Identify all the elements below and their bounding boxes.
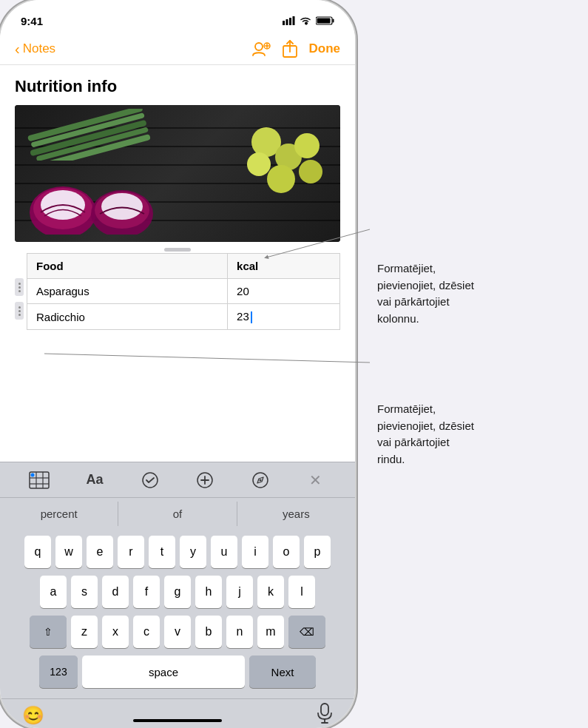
- food-cell-2[interactable]: Radicchio: [27, 304, 228, 330]
- note-title[interactable]: Nutrition info: [15, 77, 340, 96]
- pred-word-3[interactable]: years: [237, 502, 355, 526]
- svg-point-35: [143, 473, 158, 488]
- key-i[interactable]: i: [242, 536, 268, 568]
- back-button[interactable]: ‹ Notes: [15, 41, 55, 56]
- status-time: 9:41: [21, 15, 43, 27]
- shift-key[interactable]: ⇧: [30, 616, 67, 648]
- key-w[interactable]: w: [55, 536, 82, 568]
- table-header-food: Food: [27, 254, 228, 279]
- key-h[interactable]: h: [195, 576, 222, 608]
- next-key[interactable]: Next: [249, 655, 316, 688]
- key-z[interactable]: z: [71, 616, 98, 648]
- svg-rect-5: [333, 19, 334, 23]
- row-callout: Formatējiet, pievienojiet, dzēsiet vai p…: [377, 401, 573, 468]
- row-handle-1[interactable]: [15, 278, 24, 296]
- predictive-text-bar: percent of years: [0, 497, 355, 530]
- key-k[interactable]: k: [257, 576, 284, 608]
- food-cell-1[interactable]: Asparagus: [27, 279, 228, 304]
- nav-bar: ‹ Notes Done: [0, 33, 355, 65]
- key-t[interactable]: t: [149, 536, 175, 568]
- key-a[interactable]: a: [40, 576, 67, 608]
- key-j[interactable]: j: [226, 576, 253, 608]
- kcal-cell-1[interactable]: 20: [228, 279, 340, 304]
- keyboard: q w e r t y u i o p a s d f g h j k l ⇧ …: [0, 530, 355, 698]
- signal-icon: [283, 16, 295, 25]
- share-button[interactable]: [283, 40, 297, 58]
- battery-icon: [316, 16, 334, 25]
- kcal-cell-2[interactable]: 23: [228, 304, 340, 330]
- table-header-kcal: kcal: [228, 254, 340, 279]
- keyboard-row-1: q w e r t y u i o p: [3, 536, 352, 568]
- key-u[interactable]: u: [211, 536, 237, 568]
- svg-rect-3: [293, 16, 295, 25]
- callouts: Formatējiet, pievienojiet, dzēsiet vai p…: [355, 0, 588, 728]
- row-handles: [15, 253, 24, 320]
- table-format-button[interactable]: [26, 467, 53, 493]
- tomatillo-illustration: [237, 120, 333, 209]
- svg-point-19: [247, 152, 271, 176]
- text-format-button[interactable]: Aa: [81, 467, 108, 493]
- key-f[interactable]: f: [133, 576, 160, 608]
- svg-point-28: [101, 193, 143, 220]
- key-p[interactable]: p: [304, 536, 331, 568]
- key-n[interactable]: n: [226, 616, 253, 648]
- table-row: Asparagus 20: [27, 279, 340, 304]
- column-handle[interactable]: [164, 248, 191, 252]
- keyboard-close-button[interactable]: ✕: [303, 467, 329, 493]
- asparagus-illustration: [22, 109, 185, 161]
- nutrition-table: Food kcal Asparagus 20 Radicchio 23: [27, 253, 340, 330]
- key-l[interactable]: l: [288, 576, 315, 608]
- back-chevron-icon: ‹: [15, 41, 20, 56]
- numbers-key[interactable]: 123: [39, 655, 78, 688]
- done-button[interactable]: Done: [309, 41, 341, 56]
- key-c[interactable]: c: [133, 616, 160, 648]
- key-d[interactable]: d: [102, 576, 129, 608]
- food-image-inner: [15, 105, 340, 242]
- key-g[interactable]: g: [164, 576, 191, 608]
- column-callout: Formatējiet, pievienojiet, dzēsiet vai p…: [377, 260, 573, 327]
- home-indicator: [133, 719, 222, 722]
- key-q[interactable]: q: [24, 536, 51, 568]
- key-m[interactable]: m: [257, 616, 284, 648]
- checklist-button[interactable]: [137, 467, 163, 493]
- insert-button[interactable]: [192, 467, 218, 493]
- pred-word-2[interactable]: of: [118, 502, 237, 526]
- key-y[interactable]: y: [180, 536, 206, 568]
- back-label: Notes: [23, 41, 55, 56]
- pen-button[interactable]: [247, 467, 274, 493]
- table-row: Radicchio 23: [27, 304, 340, 330]
- food-image: [15, 105, 340, 242]
- svg-rect-6: [317, 18, 331, 24]
- key-v[interactable]: v: [164, 616, 191, 648]
- key-b[interactable]: b: [195, 616, 222, 648]
- key-r[interactable]: r: [118, 536, 144, 568]
- status-bar: 9:41: [0, 0, 355, 33]
- row-handle-2[interactable]: [15, 302, 24, 320]
- space-key[interactable]: space: [82, 655, 245, 688]
- keyboard-row-2: a s d f g h j k l: [3, 576, 352, 608]
- key-s[interactable]: s: [71, 576, 98, 608]
- wifi-icon: [300, 16, 311, 25]
- column-callout-text: Formatējiet, pievienojiet, dzēsiet vai p…: [377, 260, 540, 327]
- svg-point-20: [267, 165, 295, 193]
- svg-rect-2: [289, 18, 291, 25]
- svg-rect-0: [283, 21, 285, 25]
- key-o[interactable]: o: [273, 536, 300, 568]
- svg-point-40: [259, 479, 261, 481]
- phone-frame: 9:41 ‹ Not: [0, 0, 355, 728]
- mic-button[interactable]: [317, 703, 333, 728]
- key-x[interactable]: x: [102, 616, 129, 648]
- status-icons: [283, 16, 334, 25]
- key-e[interactable]: e: [87, 536, 113, 568]
- emoji-button[interactable]: 😊: [22, 705, 44, 726]
- text-cursor: [251, 311, 252, 323]
- svg-point-22: [299, 160, 322, 183]
- add-collaborator-button[interactable]: [251, 41, 271, 57]
- svg-point-21: [294, 133, 320, 158]
- nav-actions: Done: [251, 40, 341, 58]
- pred-word-1[interactable]: percent: [0, 502, 118, 526]
- delete-key[interactable]: ⌫: [288, 616, 325, 648]
- table-container: Food kcal Asparagus 20 Radicchio 23: [15, 253, 340, 330]
- svg-rect-41: [321, 704, 328, 715]
- bottom-bar: 😊: [0, 698, 355, 728]
